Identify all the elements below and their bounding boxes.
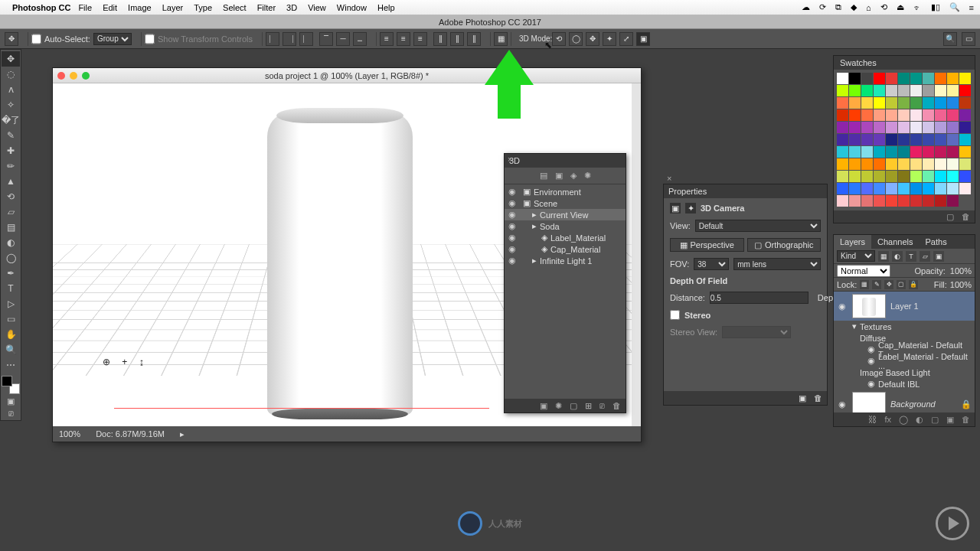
swatch[interactable] [935, 183, 946, 194]
distribute-right-icon[interactable]: ‖ [467, 32, 481, 46]
swatch[interactable] [947, 146, 959, 158]
3d-roll-icon[interactable]: ◯ [569, 32, 583, 46]
swatch-delete-icon[interactable]: 🗑 [962, 212, 970, 221]
filter-shape-icon[interactable]: ▱ [920, 251, 930, 262]
swatch[interactable] [947, 85, 959, 96]
swatch[interactable] [910, 171, 922, 182]
swatch[interactable] [923, 97, 934, 109]
3d-delete-icon[interactable]: 🗑 [612, 401, 621, 410]
color-swatch[interactable] [2, 376, 20, 394]
swatch[interactable] [923, 109, 934, 121]
swatch-new-icon[interactable]: ▢ [946, 212, 954, 222]
3d-light-icon[interactable]: ✺ [555, 401, 562, 411]
zoom-window-icon[interactable] [82, 72, 90, 80]
swatch[interactable] [874, 73, 885, 84]
swatch[interactable] [849, 122, 861, 133]
auto-select-checkbox[interactable] [31, 33, 41, 45]
swatch[interactable] [947, 183, 959, 194]
3d-camera-icon[interactable]: ▣ [636, 32, 650, 46]
swatch[interactable] [874, 158, 885, 170]
filter-mesh-icon[interactable]: ▣ [555, 171, 563, 181]
swatch[interactable] [923, 85, 934, 96]
3d-node[interactable]: ◉▸Current View [505, 209, 626, 220]
swatch[interactable] [910, 195, 922, 207]
healing-tool[interactable]: ✚ [2, 143, 20, 158]
swatch[interactable] [935, 122, 946, 133]
eject-icon[interactable]: ⏏ [897, 2, 904, 12]
dodge-tool[interactable]: ◯ [2, 250, 20, 266]
menu-image[interactable]: Image [128, 3, 152, 12]
swatch[interactable] [898, 97, 910, 109]
visibility-icon[interactable]: ◉ [508, 233, 517, 243]
swatch[interactable] [874, 146, 885, 158]
swatch[interactable] [849, 171, 861, 182]
swatch[interactable] [874, 122, 885, 133]
visibility-icon[interactable]: ◉ [837, 302, 848, 311]
filter-type-icon[interactable]: T [906, 251, 916, 262]
eraser-tool[interactable]: ▱ [2, 204, 20, 220]
swatch[interactable] [935, 109, 946, 121]
3d-slide-icon[interactable]: ✦ [603, 32, 616, 46]
align-vcenter-icon[interactable]: ─ [336, 32, 350, 46]
swatch[interactable] [861, 97, 873, 109]
group-icon[interactable]: ▢ [931, 415, 939, 425]
adjustment-icon[interactable]: ◐ [916, 415, 923, 425]
menu-type[interactable]: Type [194, 3, 212, 12]
align-top-icon[interactable]: ⎺ [319, 32, 333, 46]
swatch[interactable] [898, 171, 910, 182]
type-tool[interactable]: T [2, 281, 20, 296]
3d-rotate-icon[interactable]: ⟲ [552, 32, 566, 46]
swatch[interactable] [849, 73, 861, 84]
swatch[interactable] [898, 183, 910, 194]
swatch[interactable] [837, 122, 848, 133]
menu-window[interactable]: Window [337, 3, 367, 12]
battery-icon[interactable]: ▮▯ [931, 2, 940, 12]
tab-layers[interactable]: Layers [834, 235, 871, 249]
fov-unit-dropdown[interactable]: mm lens [733, 258, 821, 270]
swatch[interactable] [837, 73, 848, 84]
swatch[interactable] [874, 183, 885, 194]
3d-node[interactable]: ◉▣Environment [505, 186, 626, 197]
filter-scene-icon[interactable]: ▤ [540, 171, 547, 181]
app-name[interactable]: Photoshop CC [12, 3, 70, 12]
history-brush-tool[interactable]: ⟲ [2, 189, 20, 204]
screen-mode[interactable]: ⎚ [4, 408, 18, 419]
swatch[interactable] [959, 85, 971, 96]
swatch[interactable] [910, 134, 922, 145]
lock-position-icon[interactable]: ✥ [884, 280, 893, 289]
swatch[interactable] [898, 85, 910, 96]
label-material-texture[interactable]: ◉Label_Material - Default ... [852, 355, 975, 367]
swatch[interactable] [837, 195, 848, 207]
filter-kind-dropdown[interactable]: Kind [837, 250, 875, 262]
swatch[interactable] [837, 85, 848, 96]
swatch[interactable] [886, 171, 897, 182]
filter-pixel-icon[interactable]: ▦ [878, 251, 889, 262]
perspective-button[interactable]: ▦Perspective [670, 238, 744, 252]
swatch[interactable] [898, 134, 910, 145]
3d-add-icon[interactable]: ⊞ [585, 401, 592, 411]
vertical-scrollbar[interactable] [632, 83, 641, 426]
wifi-icon[interactable]: ᯤ [913, 3, 922, 12]
swatch[interactable] [874, 97, 885, 109]
view-dropdown[interactable]: Default [695, 220, 821, 232]
menu-layer[interactable]: Layer [162, 3, 184, 12]
brush-tool[interactable]: ✏ [2, 158, 20, 174]
minimize-window-icon[interactable] [70, 72, 77, 80]
swatch[interactable] [886, 183, 897, 194]
visibility-icon[interactable]: ◉ [508, 198, 517, 208]
align-bottom-icon[interactable]: ⎽ [353, 32, 367, 46]
panel-properties-title[interactable]: Properties [668, 187, 707, 196]
swatch[interactable] [837, 97, 848, 109]
swatch[interactable] [837, 146, 848, 158]
swatch[interactable] [898, 122, 910, 133]
swatch[interactable] [910, 109, 922, 121]
properties-delete-icon[interactable]: 🗑 [814, 393, 822, 403]
visibility-icon[interactable]: ◉ [867, 356, 875, 366]
lock-transparency-icon[interactable]: ▦ [860, 280, 869, 289]
link-icon[interactable]: ⛓ [868, 415, 877, 424]
swatch[interactable] [898, 158, 910, 170]
menu-file[interactable]: File [78, 3, 92, 12]
mask-icon[interactable]: ◯ [899, 415, 908, 425]
status-arrow-icon[interactable]: ▸ [180, 429, 185, 439]
quick-mask[interactable]: ▣ [4, 396, 18, 406]
